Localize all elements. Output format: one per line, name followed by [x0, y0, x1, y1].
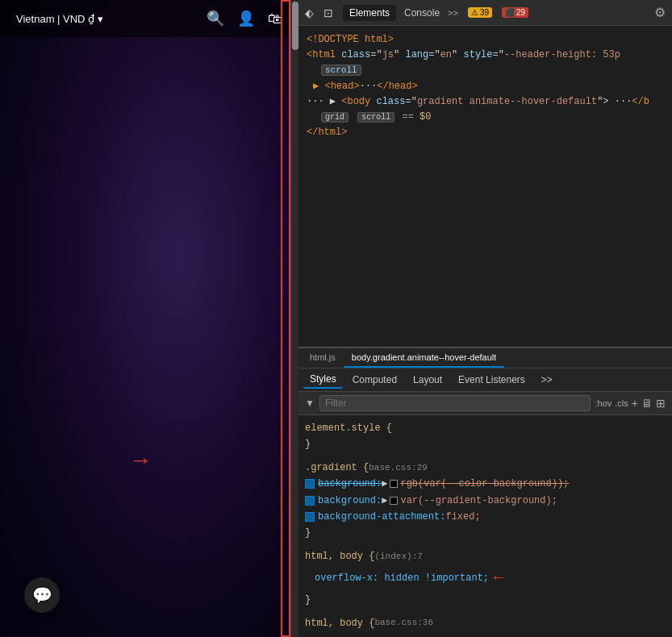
- scroll-badge-2[interactable]: scroll: [357, 112, 394, 123]
- dom-head: ▶ <head>···</head>: [307, 79, 664, 94]
- color-swatch-1: [390, 480, 398, 488]
- css-selector-gradient: .gradient { base.css:29: [305, 460, 666, 476]
- account-icon[interactable]: 👤: [237, 10, 255, 27]
- grid-badge[interactable]: grid: [321, 112, 349, 123]
- dom-doctype: <!DOCTYPE html>: [307, 32, 664, 48]
- tab-layout[interactable]: Layout: [407, 372, 449, 388]
- filter-bar: ▼ :hov .cls + 🖥 ⊞: [298, 392, 672, 415]
- tab-computed[interactable]: Computed: [346, 372, 403, 388]
- error-badge: ⬛ 29: [502, 7, 528, 18]
- tab-styles[interactable]: Styles: [303, 371, 343, 389]
- file-tab-body[interactable]: body.gradient.animate--hover-default: [344, 348, 505, 368]
- css-close-element: }: [305, 436, 666, 452]
- tab-event-listeners[interactable]: Event Listeners: [452, 372, 532, 388]
- header-icons: 🔍 👤 🛍: [207, 10, 282, 27]
- checkbox-bg-attach[interactable]: [305, 512, 315, 522]
- brand-text: Vietnam | VND ₫ ▾: [16, 13, 103, 25]
- file-tabs-bar: html.js body.gradient.animate--hover-def…: [298, 348, 672, 368]
- css-prop-overflow-2[interactable]: overflow-x: hidden !important; ←: [305, 631, 666, 637]
- screen-icon[interactable]: 🖥: [641, 397, 653, 410]
- devtools-toolbar: ⬖ ⊡ Elements Console >> ⚠ 39 ⬛ 29 ⚙: [298, 0, 672, 26]
- dom-scroll-badge: scroll: [307, 63, 664, 78]
- website-panel: Vietnam | VND ₫ ▾ 🔍 👤 🛍 → 💬: [0, 0, 298, 637]
- tab-more-styles[interactable]: >>: [535, 372, 559, 388]
- filter-icon: ▼: [305, 398, 315, 409]
- checkbox-bg1[interactable]: [305, 479, 315, 489]
- file-tab-htmljs[interactable]: html.js: [302, 348, 344, 368]
- css-selector-html-body-2: html, body { base.css:36: [305, 615, 666, 631]
- color-swatch-2: [390, 497, 398, 505]
- css-prop-bg2[interactable]: background: ▶ var(--gradient-background)…: [305, 493, 666, 509]
- settings-icon[interactable]: ⚙: [654, 5, 666, 20]
- red-arrow-overflow-2: ←: [494, 631, 503, 637]
- css-prop-overflow-1[interactable]: overflow-x: hidden !important; ←: [305, 564, 666, 592]
- css-prop-bg-attachment[interactable]: background-attachment: fixed;: [305, 509, 666, 525]
- filter-input[interactable]: [319, 395, 591, 411]
- devtools-tabs: Elements Console >>: [343, 5, 458, 21]
- css-rule-html-body-1: html, body { (index):7 overflow-x: hidde…: [305, 548, 666, 609]
- css-rule-gradient: .gradient { base.css:29 background: ▶ rg…: [305, 460, 666, 542]
- search-icon[interactable]: 🔍: [207, 10, 224, 27]
- css-selector-html-body-1: html, body { (index):7: [305, 548, 666, 564]
- tab-more[interactable]: >>: [448, 8, 458, 18]
- css-close-gradient: }: [305, 525, 666, 541]
- red-arrow-left: →: [129, 448, 152, 473]
- css-close-html-body-1: }: [305, 592, 666, 608]
- css-rule-html-body-2: html, body { base.css:36 overflow-x: hid…: [305, 615, 666, 637]
- css-rule-element-style: element.style { }: [305, 420, 666, 453]
- tab-elements[interactable]: Elements: [343, 5, 396, 21]
- mobile-icon[interactable]: ⊡: [323, 6, 333, 19]
- red-arrow-overflow-1: ←: [494, 564, 503, 592]
- warning-badge: ⚠ 39: [468, 7, 492, 18]
- dom-body-badges: grid scroll == $0: [307, 110, 664, 125]
- css-rules-area: element.style { } .gradient { base.css:2…: [298, 415, 672, 637]
- cls-button[interactable]: .cls: [615, 398, 628, 408]
- styles-nav: Styles Computed Layout Event Listeners >…: [298, 368, 672, 392]
- red-border-highlight: [281, 0, 290, 637]
- brand-label: Vietnam | VND ₫: [16, 13, 94, 25]
- dom-body: ··· ▶ <body class="gradient animate--hov…: [307, 94, 664, 110]
- chat-icon: 💬: [32, 585, 52, 605]
- checkbox-bg2[interactable]: [305, 496, 315, 506]
- css-selector-element: element.style {: [305, 420, 666, 436]
- cart-icon[interactable]: 🛍: [268, 10, 282, 27]
- dom-html-open: <html class="js" lang="en" style="--head…: [307, 48, 664, 63]
- website-header: Vietnam | VND ₫ ▾ 🔍 👤 🛍: [0, 0, 298, 37]
- plus-button[interactable]: +: [632, 397, 638, 410]
- scrollbar-thumb[interactable]: [292, 2, 298, 50]
- chat-widget[interactable]: 💬: [24, 577, 60, 613]
- scrollbar-indicator[interactable]: [290, 0, 298, 637]
- devtools-panel: ⬖ ⊡ Elements Console >> ⚠ 39 ⬛ 29 ⚙ <!DO…: [298, 0, 672, 637]
- filter-controls: :hov .cls + 🖥 ⊞: [595, 397, 666, 410]
- dom-area: <!DOCTYPE html> <html class="js" lang="e…: [298, 26, 672, 347]
- dom-html-close: </html>: [307, 125, 664, 140]
- tab-console[interactable]: Console: [398, 5, 446, 21]
- chevron-icon: ▾: [98, 13, 103, 25]
- hov-button[interactable]: :hov: [595, 398, 612, 408]
- lower-section: html.js body.gradient.animate--hover-def…: [298, 347, 672, 637]
- cursor-icon[interactable]: ⬖: [305, 6, 314, 19]
- grid-icon[interactable]: ⊞: [656, 397, 666, 410]
- css-prop-bg1[interactable]: background: ▶ rgb(var(--color-background…: [305, 476, 666, 492]
- scroll-badge-1[interactable]: scroll: [321, 65, 361, 76]
